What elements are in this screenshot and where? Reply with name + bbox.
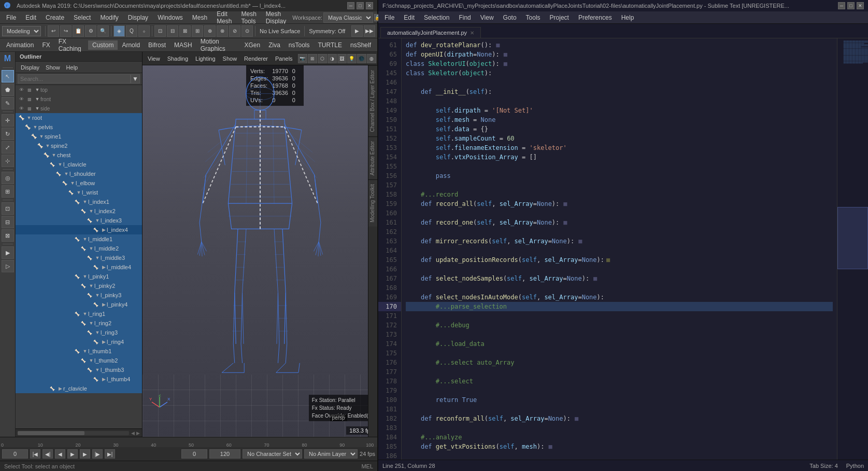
menu-modify[interactable]: Modify (96, 13, 122, 22)
tree-item-lmiddle2[interactable]: 🦴 ▼ l_middle2 (16, 244, 142, 253)
menu-edit-mesh[interactable]: Edit Mesh (212, 9, 236, 26)
tree-item-lring2[interactable]: 🦴 ▼ l_ring2 (16, 318, 142, 328)
tree-item-lpinky1[interactable]: 🦴 ▼ l_pinky1 (16, 272, 142, 281)
next-frame-btn[interactable]: ▶ (80, 449, 90, 459)
vp-menu-show[interactable]: Show (220, 55, 240, 62)
vp-menu-shading[interactable]: Shading (164, 55, 191, 62)
tree-item-lmiddle4[interactable]: 🦴 ▶ l_middle4 (16, 262, 142, 272)
snap-surface[interactable]: ⊟ (2, 216, 14, 228)
next-key-btn[interactable]: |▶ (92, 449, 103, 459)
expand-spine2[interactable]: ▼ (45, 143, 51, 148)
select-tool-btn[interactable]: ◈ (113, 25, 125, 37)
menu-create[interactable]: Create (41, 13, 68, 22)
outliner-menu-help[interactable]: Help (63, 64, 81, 71)
menu-mesh-display[interactable]: Mesh Display (262, 9, 290, 26)
menu-mesh-tools[interactable]: Mesh Tools (237, 9, 261, 26)
tool-btn-5[interactable]: 🔍 (97, 25, 109, 37)
start-frame-input[interactable] (2, 449, 28, 459)
vp-shade-btn[interactable]: ◑ (328, 54, 337, 63)
tree-item-lindex1[interactable]: 🦴 ▼ l_index1 (16, 197, 142, 206)
menu-file[interactable]: File (2, 13, 20, 22)
code-content[interactable]: def dev_rotatePlanar(): ■ def openUI(dir… (402, 38, 837, 460)
close-btn[interactable]: ✕ (366, 2, 373, 9)
shelf-fx-caching[interactable]: FX Caching (54, 37, 88, 53)
vp-light-btn[interactable]: 💡 (347, 54, 357, 63)
search-input[interactable] (18, 74, 131, 84)
channel-box-tab[interactable]: Channel Box / Layer Editor (368, 65, 377, 136)
outliner-scroll-bar[interactable]: ◀ ▶ (16, 428, 142, 437)
shelf-bifrost[interactable]: Bifrost (144, 40, 170, 50)
tree-item-side[interactable]: 👁 ▩ ▼ side (16, 104, 142, 113)
expand-lthumb1[interactable]: ▼ (82, 349, 88, 354)
expand-lring1[interactable]: ▼ (82, 311, 88, 316)
vp-grid-btn[interactable]: ⊞ (308, 54, 317, 63)
soft-select-tool[interactable]: ◎ (2, 172, 14, 184)
character-set-dropdown[interactable]: No Character Set (243, 449, 302, 459)
shelf-mg[interactable]: Motion Graphics (196, 37, 240, 53)
expand-lmiddle4[interactable]: ▶ (101, 265, 107, 270)
outliner-tree[interactable]: 👁 ▩ ▼ top 👁 ▩ ▼ front 👁 ▩ ▼ side (16, 85, 142, 428)
prev-key-btn[interactable]: ◀| (42, 449, 53, 459)
st-close-btn[interactable]: ✕ (857, 2, 864, 9)
tree-item-lindex2[interactable]: 🦴 ▼ l_index2 (16, 206, 142, 216)
snap-btn-4[interactable]: ⊞ (192, 25, 203, 37)
menu-mesh[interactable]: Mesh (188, 13, 211, 22)
sublime-window-controls[interactable]: ─ □ ✕ (838, 2, 864, 9)
st-edit[interactable]: Edit (400, 13, 419, 22)
menu-select[interactable]: Select (69, 13, 95, 22)
tree-item-lpinky2[interactable]: 🦴 ▼ l_pinky2 (16, 281, 142, 290)
st-minimize-btn[interactable]: ─ (838, 2, 845, 9)
render-btn[interactable]: ▶ (351, 25, 363, 37)
tree-item-lthumb1[interactable]: 🦴 ▼ l_thumb1 (16, 347, 142, 356)
menu-windows[interactable]: Windows (153, 13, 187, 22)
tree-item-root[interactable]: 🦴 ▼ root (16, 113, 142, 122)
current-frame-input[interactable] (181, 449, 207, 459)
expand-lpinky1[interactable]: ▼ (82, 274, 88, 279)
expand-lclavicle[interactable]: ▼ (57, 162, 63, 167)
tree-item-lpinky4[interactable]: 🦴 ▶ l_pinky4 (16, 300, 142, 309)
shelf-nsshelf[interactable]: nsShelf (346, 40, 375, 50)
prev-frame-btn[interactable]: ◀ (55, 449, 65, 459)
snap-tool[interactable]: ⊡ (2, 202, 14, 215)
expand-lring4[interactable]: ▶ (101, 339, 107, 344)
tree-item-lclavicle2[interactable]: 🦴 ▶ r_clavicle (16, 384, 142, 393)
expand-lindex2[interactable]: ▼ (88, 209, 94, 214)
go-end-btn[interactable]: ▶| (105, 449, 115, 459)
expand-lthumb4[interactable]: ▶ (101, 377, 107, 382)
editor-tab-active[interactable]: automaticallyJointPlacement.py ✕ (380, 27, 481, 38)
snap-btn-7[interactable]: ⊘ (229, 25, 240, 37)
tree-item-lring4[interactable]: 🦴 ▶ l_ring4 (16, 337, 142, 347)
expand-lpinky3[interactable]: ▼ (94, 293, 101, 298)
expand-root[interactable]: ▼ (26, 115, 32, 120)
lasso-tool[interactable]: ⬟ (2, 84, 14, 96)
shelf-custom[interactable]: Custom (88, 40, 118, 50)
tree-item-chest[interactable]: 🦴 ▼ chest (16, 150, 142, 160)
tool-btn-2[interactable]: ↪ (60, 25, 72, 37)
shelf-animation[interactable]: Animation (2, 40, 38, 50)
expand-lmiddle3[interactable]: ▼ (94, 255, 101, 260)
tree-item-spine2[interactable]: 🦴 ▼ spine2 (16, 141, 142, 150)
vp-menu-panels[interactable]: Panels (272, 55, 296, 62)
shelf-fx[interactable]: FX (38, 40, 54, 50)
expand-lmiddle2[interactable]: ▼ (88, 246, 94, 251)
tree-item-lpinky3[interactable]: 🦴 ▼ l_pinky3 (16, 290, 142, 300)
anim-layer-dropdown[interactable]: No Anim Layer (304, 449, 358, 459)
vp-menu-renderer[interactable]: Renderer (241, 55, 271, 62)
rotate-tool[interactable]: ↻ (2, 128, 14, 140)
shelf-mash[interactable]: MASH (170, 40, 196, 50)
expand-lpinky4[interactable]: ▶ (101, 302, 107, 307)
snap-btn-1[interactable]: ⊡ (154, 25, 166, 37)
st-goto[interactable]: Goto (499, 13, 521, 22)
expand-lthumb3[interactable]: ▼ (94, 367, 101, 372)
tree-item-lring1[interactable]: 🦴 ▼ l_ring1 (16, 309, 142, 318)
st-find[interactable]: Find (454, 13, 475, 22)
range-end-input[interactable] (209, 449, 240, 459)
workspace-dropdown[interactable]: Maya Classic (323, 12, 373, 23)
tree-item-lthumb2[interactable]: 🦴 ▼ l_thumb2 (16, 356, 142, 365)
maya-window-controls[interactable]: ─ □ ✕ (347, 2, 373, 9)
expand-lring3[interactable]: ▼ (94, 330, 101, 335)
snap-project[interactable]: ⊠ (2, 229, 14, 242)
expand-lelbow[interactable]: ▼ (69, 181, 76, 186)
render-preview[interactable]: ▶ (2, 246, 14, 259)
tree-item-lshoulder[interactable]: 🦴 ▼ l_shoulder (16, 169, 142, 178)
